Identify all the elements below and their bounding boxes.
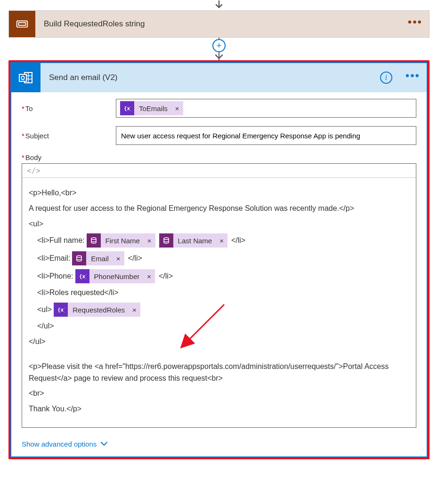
subject-field[interactable] [116, 126, 416, 145]
token-phonenumber[interactable]: {x} PhoneNumber × [75, 269, 155, 283]
variable-token-icon: {x} [54, 303, 68, 317]
token-label: Email [86, 253, 113, 264]
token-remove[interactable]: × [113, 253, 124, 264]
body-line: <ul> [29, 218, 43, 230]
svg-text:{x}: {x} [79, 273, 86, 280]
body-line: <li>Full name: [37, 235, 85, 247]
token-label: ToEmails [134, 104, 171, 112]
svg-rect-1 [19, 23, 26, 25]
add-step-button[interactable]: + [212, 39, 226, 52]
to-field[interactable]: {x} ToEmails × [116, 99, 416, 118]
step-send-email: Send an email (V2) i ••• *To {x} ToEmail… [10, 62, 428, 457]
step-build-requested-roles[interactable]: Build RequestedRoles string ••• [8, 10, 430, 38]
subject-input[interactable] [120, 131, 412, 140]
body-content[interactable]: <p>Hello,<br> A request for user access … [22, 178, 416, 427]
body-line: <ul> [37, 304, 52, 316]
step1-more-menu[interactable]: ••• [408, 22, 422, 26]
datasource-token-icon [159, 233, 173, 248]
body-line: </ul> [37, 320, 54, 332]
token-label: RequestedRoles [68, 304, 129, 315]
flow-arrow-top [8, 0, 430, 10]
body-line: </ul> [29, 336, 46, 348]
datasource-token-icon [87, 233, 101, 248]
variable-token-icon: {x} [75, 269, 89, 283]
step2-title: Send an email (V2) [49, 73, 372, 82]
show-advanced-options[interactable]: Show advanced options [22, 440, 416, 448]
token-requestedroles[interactable]: {x} RequestedRoles × [54, 303, 140, 317]
token-lastname[interactable]: Last Name × [159, 233, 227, 248]
token-remove[interactable]: × [143, 271, 155, 282]
step2-more-menu[interactable]: ••• [406, 76, 420, 80]
token-remove[interactable]: × [216, 235, 227, 246]
body-line: <p>Please visit the <a href="https://rer… [29, 361, 409, 384]
step1-title: Build RequestedRoles string [44, 19, 399, 29]
body-line: <li>Email: [37, 253, 70, 264]
body-line: A request for user access to the Regiona… [29, 203, 354, 215]
code-view-toggle[interactable]: </> [27, 166, 41, 175]
svg-point-11 [77, 256, 81, 257]
body-label: *Body [22, 153, 41, 161]
token-remove[interactable]: × [144, 235, 155, 246]
token-label: Last Name [173, 235, 216, 246]
outlook-icon [11, 63, 41, 92]
token-label: PhoneNumber [89, 271, 144, 282]
flow-arrow-mid [215, 53, 223, 61]
info-icon[interactable]: i [380, 72, 392, 84]
svg-point-9 [91, 238, 96, 240]
body-toolbar: </> [22, 164, 416, 178]
variable-token-icon: {x} [120, 101, 134, 115]
token-remove[interactable]: × [129, 304, 140, 315]
chevron-down-icon [100, 440, 108, 447]
token-email[interactable]: Email × [72, 251, 124, 265]
to-label: *To [22, 104, 116, 112]
subject-label: *Subject [22, 132, 116, 140]
advanced-options-label: Show advanced options [22, 440, 97, 448]
body-line: <li>Phone: [37, 271, 73, 282]
body-line: </li> [159, 271, 173, 282]
variable-icon [9, 11, 35, 37]
svg-text:{x}: {x} [57, 307, 65, 313]
step2-header[interactable]: Send an email (V2) i ••• [11, 63, 427, 92]
token-label: First Name [101, 235, 144, 246]
svg-point-10 [164, 238, 169, 240]
svg-rect-6 [19, 74, 26, 81]
datasource-token-icon [72, 251, 86, 265]
svg-text:{x}: {x} [124, 105, 131, 112]
token-remove[interactable]: × [171, 104, 183, 112]
body-line: </li> [231, 235, 245, 247]
body-editor[interactable]: </> <p>Hello,<br> A request for user acc… [22, 163, 416, 428]
body-line: </li> [128, 253, 142, 264]
body-line: <li>Roles requested</li> [37, 287, 119, 299]
body-line: <p>Hello,<br> [29, 187, 76, 199]
body-line: Thank You.</p> [29, 403, 81, 415]
body-line: <br> [29, 388, 44, 400]
token-firstname[interactable]: First Name × [87, 233, 155, 248]
step-send-email-highlight: Send an email (V2) i ••• *To {x} ToEmail… [8, 60, 430, 459]
token-toemails[interactable]: {x} ToEmails × [120, 101, 183, 115]
